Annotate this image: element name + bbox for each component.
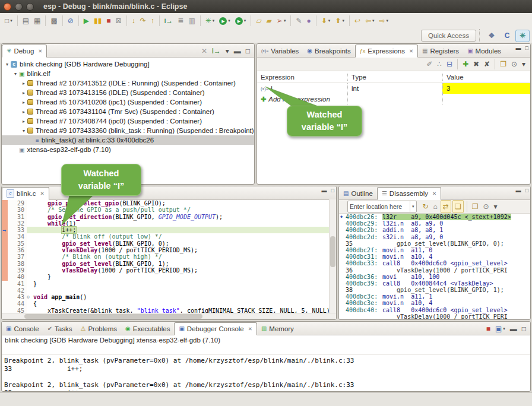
- cpp-perspective-button[interactable]: C: [500, 30, 514, 42]
- location-combo[interactable]: ▾: [347, 201, 417, 212]
- expand-icon[interactable]: ▾: [12, 71, 18, 77]
- tab-executables[interactable]: ◉Executables: [121, 322, 174, 335]
- tree-item[interactable]: ≡blink_task() at blink.c:33 0x400dbc26: [2, 135, 254, 145]
- tree-item[interactable]: ▸Thread #5 1073410208 (ipc1) (Suspended …: [2, 97, 254, 107]
- next-annotation-button[interactable]: ⬇▾: [319, 15, 332, 27]
- last-edit-location-button[interactable]: ↩: [353, 15, 362, 27]
- save-button[interactable]: ▤: [21, 15, 31, 27]
- new-view-button[interactable]: ❐: [498, 58, 508, 70]
- minimize-button[interactable]: ▬: [516, 188, 521, 194]
- new-wizard-button[interactable]: □▾: [3, 15, 14, 27]
- format-button[interactable]: ✎: [294, 15, 303, 27]
- remove-all-expressions-button[interactable]: ✘: [482, 58, 492, 70]
- tab-console[interactable]: ▣Console: [2, 322, 43, 335]
- tree-item[interactable]: ▾cblink checking [GDB Hardware Debugging…: [2, 59, 254, 69]
- tree-item[interactable]: ▾Thread #9 1073433360 (blink_task : Runn…: [2, 126, 254, 135]
- debug-button[interactable]: ✳▾: [204, 15, 217, 27]
- skip-all-breakpoints-button[interactable]: ⊘: [66, 15, 75, 27]
- editor-horizontal-scrollbar[interactable]: [2, 313, 336, 319]
- remove-expression-button[interactable]: ✖: [471, 58, 481, 70]
- tab-registers[interactable]: ▦Registers: [418, 45, 463, 57]
- disassembly-listing[interactable]: ◆400dbc26:l32r a9, 0x400d045c <_stext+10…: [339, 214, 530, 320]
- instruction-stepping-toggle[interactable]: i→: [210, 45, 223, 57]
- close-icon[interactable]: ✕: [40, 191, 45, 196]
- debug-perspective-button[interactable]: ✳: [515, 30, 530, 42]
- tab-breakpoints[interactable]: ◉Breakpoints: [303, 45, 354, 57]
- view-menu-button[interactable]: ▾: [224, 45, 231, 57]
- expand-icon[interactable]: ▸: [21, 90, 27, 96]
- tab-modules[interactable]: ▣Modules: [463, 45, 505, 57]
- window-close-button[interactable]: [4, 3, 11, 11]
- tab-debug[interactable]: ✳ Debug ✕: [2, 45, 47, 58]
- terminate-button[interactable]: ■: [104, 15, 112, 27]
- step-over-button[interactable]: ↷: [138, 15, 148, 27]
- minimize-button[interactable]: ▬: [232, 45, 243, 57]
- step-filters-toggle[interactable]: ≣: [176, 15, 185, 27]
- tab-tasks[interactable]: ✔Tasks: [43, 322, 77, 335]
- collapse-all-button[interactable]: ⊟: [445, 58, 454, 70]
- column-header-type[interactable]: Type: [347, 74, 442, 81]
- editor-vertical-scrollbar[interactable]: [329, 199, 336, 315]
- pin-view-button[interactable]: ⊙: [509, 58, 519, 70]
- open-element-button[interactable]: ▱: [254, 15, 263, 27]
- tab-variables[interactable]: (x)=Variables: [257, 45, 303, 57]
- new-view-button[interactable]: ❐: [470, 201, 480, 212]
- expand-icon[interactable]: ▸: [21, 81, 27, 86]
- build-button[interactable]: ▩: [49, 15, 59, 27]
- show-logical-structures-toggle[interactable]: ∴: [435, 58, 444, 70]
- refresh-button[interactable]: ↻: [421, 201, 430, 212]
- expression-row[interactable]: (x)= i int 3: [257, 83, 530, 94]
- add-expression-row[interactable]: ✚ Add new expression: [257, 94, 530, 104]
- open-resource-button[interactable]: ▰: [265, 15, 274, 27]
- terminate-console-button[interactable]: ■: [484, 323, 492, 335]
- code-editor[interactable]: 29 gpio_pad_select_gpio(BLINK_GPIO);30 /…: [2, 200, 336, 320]
- tree-item[interactable]: ▸Thread #6 1073431104 (Tmr Svc) (Suspend…: [2, 107, 254, 116]
- window-maximize-button[interactable]: [26, 3, 34, 11]
- expand-icon[interactable]: ▾: [21, 128, 27, 134]
- tab-problems[interactable]: ⚠Problems: [76, 322, 121, 335]
- tab-debugger-console[interactable]: ▣Debugger Console✕: [174, 322, 256, 335]
- step-return-button[interactable]: ↑: [149, 15, 156, 27]
- resume-button[interactable]: ▶: [82, 15, 91, 27]
- expand-icon[interactable]: ▸: [21, 109, 27, 115]
- pin-view-button[interactable]: ⊙: [481, 201, 490, 212]
- tree-item[interactable]: ▾▣blink.elf: [2, 69, 254, 78]
- column-header-value[interactable]: Value: [442, 74, 530, 81]
- instruction-stepping-toggle[interactable]: i→: [163, 15, 175, 27]
- tab-disassembly[interactable]: ☰Disassembly✕: [377, 187, 441, 200]
- track-expression-toggle[interactable]: ❏: [452, 200, 464, 213]
- display-console-button[interactable]: ▣▾: [493, 323, 507, 335]
- minimize-button[interactable]: ▬: [322, 188, 327, 194]
- debug-launch-tree[interactable]: ▾cblink checking [GDB Hardware Debugging…: [2, 58, 254, 154]
- external-tools-button[interactable]: ▶▾: [233, 15, 248, 27]
- mark-occurrences-toggle[interactable]: ●: [305, 15, 312, 27]
- chevron-down-icon[interactable]: ▾: [410, 201, 416, 212]
- fold-icon[interactable]: ⊖: [27, 294, 33, 300]
- expand-icon[interactable]: ▾: [4, 62, 10, 67]
- maximize-button[interactable]: □: [525, 45, 528, 51]
- step-into-button[interactable]: ↓: [130, 15, 137, 27]
- close-icon[interactable]: ✕: [432, 191, 436, 196]
- sync-context-toggle[interactable]: ⇄: [441, 200, 451, 213]
- tab-outline[interactable]: ▤Outline: [339, 187, 377, 199]
- minimize-button[interactable]: ▬: [508, 323, 519, 335]
- window-minimize-button[interactable]: [15, 3, 23, 11]
- add-expression-button[interactable]: ✚: [461, 58, 470, 70]
- back-button[interactable]: ⇦▾: [363, 15, 376, 27]
- tab-expressions[interactable]: ƒxExpressions✕: [355, 45, 418, 58]
- close-icon[interactable]: ✕: [409, 48, 413, 54]
- suspend-button[interactable]: ▮▮: [92, 15, 103, 27]
- maximize-button[interactable]: □: [520, 323, 528, 335]
- expand-icon[interactable]: ▸: [21, 119, 27, 124]
- close-icon[interactable]: ✕: [248, 326, 252, 332]
- view-menu-button[interactable]: ▾: [520, 58, 527, 70]
- run-button[interactable]: ▶▾: [217, 15, 232, 27]
- column-header-expression[interactable]: Expression: [257, 74, 347, 81]
- expand-icon[interactable]: ▸: [21, 100, 27, 105]
- tree-item[interactable]: ▸Thread #7 1073408744 (ipc0) (Suspended …: [2, 116, 254, 126]
- view-menu-button[interactable]: ▾: [492, 201, 499, 212]
- remove-all-terminated-button[interactable]: ✕: [200, 45, 209, 57]
- previous-annotation-button[interactable]: ⬆▾: [333, 15, 346, 27]
- tree-item[interactable]: ▸Thread #3 1073413156 (IDLE) (Suspended …: [2, 88, 254, 97]
- tree-item[interactable]: ▸Thread #2 1073413512 (IDLE : Running) (…: [2, 78, 254, 88]
